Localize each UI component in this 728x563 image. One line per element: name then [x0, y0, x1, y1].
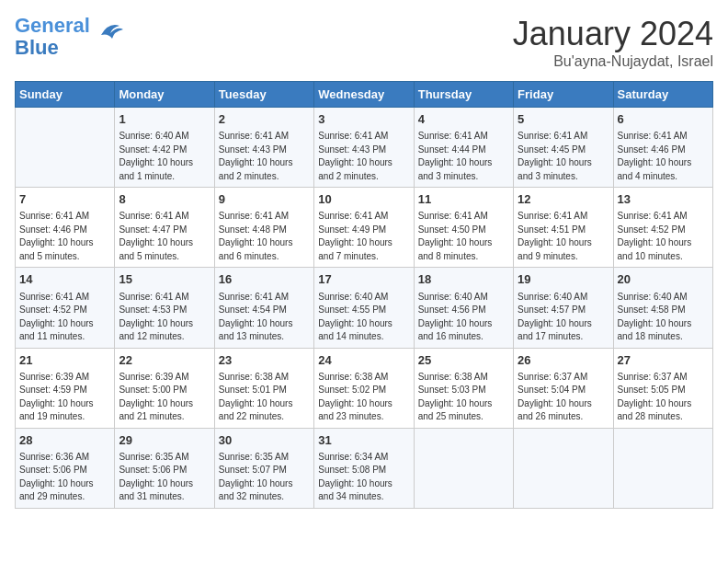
- day-number: 4: [418, 111, 509, 128]
- col-header-monday: Monday: [115, 82, 214, 108]
- logo-blue: Blue: [15, 36, 59, 59]
- cell-content: Sunrise: 6:41 AM Sunset: 4:44 PM Dayligh…: [418, 130, 509, 183]
- logo-text: General Blue: [15, 15, 90, 59]
- cell-content: Sunrise: 6:41 AM Sunset: 4:47 PM Dayligh…: [119, 210, 210, 263]
- cell-content: Sunrise: 6:41 AM Sunset: 4:43 PM Dayligh…: [219, 130, 310, 183]
- calendar-cell: 4Sunrise: 6:41 AM Sunset: 4:44 PM Daylig…: [414, 108, 513, 188]
- col-header-wednesday: Wednesday: [314, 82, 414, 108]
- calendar-cell: 17Sunrise: 6:40 AM Sunset: 4:55 PM Dayli…: [314, 268, 414, 348]
- cell-content: Sunrise: 6:41 AM Sunset: 4:46 PM Dayligh…: [19, 210, 110, 263]
- day-number: 8: [119, 191, 210, 208]
- day-number: 23: [219, 352, 310, 369]
- week-row-4: 21Sunrise: 6:39 AM Sunset: 4:59 PM Dayli…: [16, 348, 713, 428]
- cell-content: Sunrise: 6:35 AM Sunset: 5:06 PM Dayligh…: [119, 451, 210, 504]
- col-header-thursday: Thursday: [414, 82, 513, 108]
- calendar-cell: 25Sunrise: 6:38 AM Sunset: 5:03 PM Dayli…: [414, 348, 513, 428]
- calendar-cell: 8Sunrise: 6:41 AM Sunset: 4:47 PM Daylig…: [115, 188, 214, 268]
- day-number: 18: [418, 271, 509, 288]
- cell-content: Sunrise: 6:37 AM Sunset: 5:05 PM Dayligh…: [618, 371, 709, 424]
- calendar-cell: 9Sunrise: 6:41 AM Sunset: 4:48 PM Daylig…: [214, 188, 313, 268]
- logo-bird-icon: [92, 18, 125, 46]
- day-number: 20: [618, 271, 709, 288]
- calendar-cell: 16Sunrise: 6:41 AM Sunset: 4:54 PM Dayli…: [214, 268, 313, 348]
- day-number: 7: [19, 191, 110, 208]
- day-number: 28: [19, 432, 110, 449]
- day-number: 16: [219, 271, 310, 288]
- calendar-cell: 14Sunrise: 6:41 AM Sunset: 4:52 PM Dayli…: [16, 268, 115, 348]
- day-number: 24: [318, 352, 409, 369]
- day-number: 30: [219, 432, 310, 449]
- week-row-5: 28Sunrise: 6:36 AM Sunset: 5:06 PM Dayli…: [16, 428, 713, 508]
- cell-content: Sunrise: 6:35 AM Sunset: 5:07 PM Dayligh…: [219, 451, 310, 504]
- calendar-cell: 28Sunrise: 6:36 AM Sunset: 5:06 PM Dayli…: [16, 428, 115, 508]
- calendar-cell: 30Sunrise: 6:35 AM Sunset: 5:07 PM Dayli…: [214, 428, 313, 508]
- calendar-cell: 13Sunrise: 6:41 AM Sunset: 4:52 PM Dayli…: [613, 188, 712, 268]
- day-number: 9: [219, 191, 310, 208]
- cell-content: Sunrise: 6:41 AM Sunset: 4:51 PM Dayligh…: [518, 210, 609, 263]
- day-number: 21: [19, 352, 110, 369]
- week-row-1: 1Sunrise: 6:40 AM Sunset: 4:42 PM Daylig…: [16, 108, 713, 188]
- cell-content: Sunrise: 6:40 AM Sunset: 4:42 PM Dayligh…: [119, 130, 210, 183]
- calendar-cell: 19Sunrise: 6:40 AM Sunset: 4:57 PM Dayli…: [514, 268, 613, 348]
- day-number: 2: [219, 111, 310, 128]
- cell-content: Sunrise: 6:34 AM Sunset: 5:08 PM Dayligh…: [318, 451, 409, 504]
- page-header: General Blue January 2024 Bu'ayna-Nujayd…: [15, 15, 713, 70]
- day-number: 12: [518, 191, 609, 208]
- calendar-cell: 31Sunrise: 6:34 AM Sunset: 5:08 PM Dayli…: [314, 428, 414, 508]
- logo-general: General: [15, 14, 90, 37]
- calendar-cell: 24Sunrise: 6:38 AM Sunset: 5:02 PM Dayli…: [314, 348, 414, 428]
- calendar-cell: [514, 428, 613, 508]
- col-header-tuesday: Tuesday: [214, 82, 313, 108]
- calendar-cell: 2Sunrise: 6:41 AM Sunset: 4:43 PM Daylig…: [214, 108, 313, 188]
- day-number: 3: [318, 111, 409, 128]
- calendar-cell: 11Sunrise: 6:41 AM Sunset: 4:50 PM Dayli…: [414, 188, 513, 268]
- day-number: 10: [318, 191, 409, 208]
- calendar-cell: 23Sunrise: 6:38 AM Sunset: 5:01 PM Dayli…: [214, 348, 313, 428]
- cell-content: Sunrise: 6:41 AM Sunset: 4:49 PM Dayligh…: [318, 210, 409, 263]
- week-row-2: 7Sunrise: 6:41 AM Sunset: 4:46 PM Daylig…: [16, 188, 713, 268]
- calendar-cell: 5Sunrise: 6:41 AM Sunset: 4:45 PM Daylig…: [514, 108, 613, 188]
- cell-content: Sunrise: 6:38 AM Sunset: 5:02 PM Dayligh…: [318, 371, 409, 424]
- calendar-cell: 22Sunrise: 6:39 AM Sunset: 5:00 PM Dayli…: [115, 348, 214, 428]
- day-number: 19: [518, 271, 609, 288]
- week-row-3: 14Sunrise: 6:41 AM Sunset: 4:52 PM Dayli…: [16, 268, 713, 348]
- cell-content: Sunrise: 6:36 AM Sunset: 5:06 PM Dayligh…: [19, 451, 110, 504]
- cell-content: Sunrise: 6:40 AM Sunset: 4:58 PM Dayligh…: [618, 291, 709, 344]
- calendar-table: SundayMondayTuesdayWednesdayThursdayFrid…: [15, 81, 713, 509]
- cell-content: Sunrise: 6:39 AM Sunset: 4:59 PM Dayligh…: [19, 371, 110, 424]
- day-number: 6: [618, 111, 709, 128]
- cell-content: Sunrise: 6:38 AM Sunset: 5:03 PM Dayligh…: [418, 371, 509, 424]
- calendar-cell: [414, 428, 513, 508]
- calendar-cell: 1Sunrise: 6:40 AM Sunset: 4:42 PM Daylig…: [115, 108, 214, 188]
- day-number: 14: [19, 271, 110, 288]
- day-number: 5: [518, 111, 609, 128]
- title-block: January 2024 Bu'ayna-Nujaydat, Israel: [513, 15, 713, 70]
- day-number: 17: [318, 271, 409, 288]
- logo: General Blue: [15, 15, 125, 59]
- calendar-cell: 29Sunrise: 6:35 AM Sunset: 5:06 PM Dayli…: [115, 428, 214, 508]
- calendar-cell: 21Sunrise: 6:39 AM Sunset: 4:59 PM Dayli…: [16, 348, 115, 428]
- cell-content: Sunrise: 6:37 AM Sunset: 5:04 PM Dayligh…: [518, 371, 609, 424]
- calendar-cell: 6Sunrise: 6:41 AM Sunset: 4:46 PM Daylig…: [613, 108, 712, 188]
- cell-content: Sunrise: 6:41 AM Sunset: 4:53 PM Dayligh…: [119, 291, 210, 344]
- cell-content: Sunrise: 6:40 AM Sunset: 4:56 PM Dayligh…: [418, 291, 509, 344]
- cell-content: Sunrise: 6:41 AM Sunset: 4:50 PM Dayligh…: [418, 210, 509, 263]
- day-number: 22: [119, 352, 210, 369]
- calendar-cell: 18Sunrise: 6:40 AM Sunset: 4:56 PM Dayli…: [414, 268, 513, 348]
- header-row: SundayMondayTuesdayWednesdayThursdayFrid…: [16, 82, 713, 108]
- day-number: 13: [618, 191, 709, 208]
- cell-content: Sunrise: 6:41 AM Sunset: 4:48 PM Dayligh…: [219, 210, 310, 263]
- calendar-cell: 10Sunrise: 6:41 AM Sunset: 4:49 PM Dayli…: [314, 188, 414, 268]
- day-number: 29: [119, 432, 210, 449]
- cell-content: Sunrise: 6:41 AM Sunset: 4:52 PM Dayligh…: [19, 291, 110, 344]
- calendar-cell: 7Sunrise: 6:41 AM Sunset: 4:46 PM Daylig…: [16, 188, 115, 268]
- cell-content: Sunrise: 6:38 AM Sunset: 5:01 PM Dayligh…: [219, 371, 310, 424]
- cell-content: Sunrise: 6:41 AM Sunset: 4:45 PM Dayligh…: [518, 130, 609, 183]
- cell-content: Sunrise: 6:40 AM Sunset: 4:55 PM Dayligh…: [318, 291, 409, 344]
- cell-content: Sunrise: 6:41 AM Sunset: 4:43 PM Dayligh…: [318, 130, 409, 183]
- location: Bu'ayna-Nujaydat, Israel: [513, 53, 713, 70]
- cell-content: Sunrise: 6:41 AM Sunset: 4:54 PM Dayligh…: [219, 291, 310, 344]
- day-number: 11: [418, 191, 509, 208]
- day-number: 15: [119, 271, 210, 288]
- day-number: 31: [318, 432, 409, 449]
